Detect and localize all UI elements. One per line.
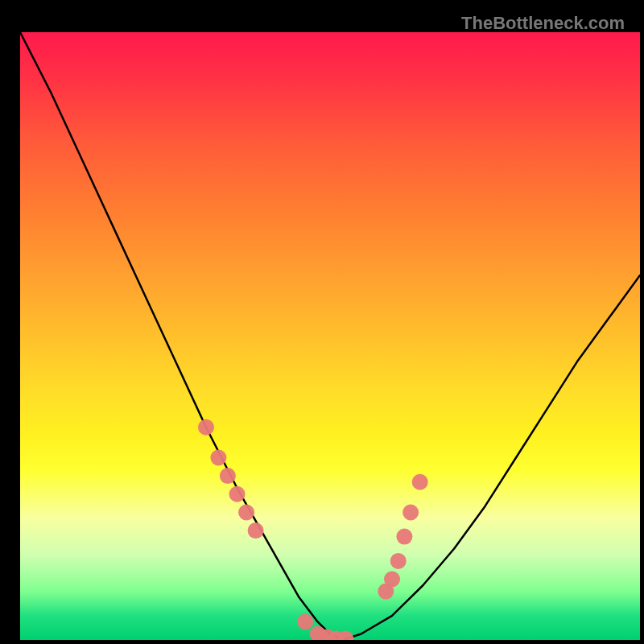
svg-point-2	[220, 468, 236, 484]
svg-point-5	[248, 522, 264, 539]
svg-point-0	[198, 419, 214, 436]
plot-area	[20, 32, 640, 640]
svg-point-16	[412, 474, 428, 490]
svg-point-4	[238, 505, 254, 521]
svg-point-6	[297, 613, 313, 630]
svg-point-14	[396, 529, 412, 545]
svg-point-3	[229, 486, 246, 502]
chart-svg	[20, 32, 640, 640]
svg-point-15	[402, 505, 419, 521]
data-points	[198, 419, 428, 640]
bottleneck-curve	[20, 32, 640, 640]
chart-frame: TheBottleneck.com	[8, 8, 636, 636]
svg-point-12	[384, 572, 400, 588]
watermark-text: TheBottleneck.com	[461, 13, 625, 34]
svg-point-13	[390, 553, 407, 569]
svg-point-1	[210, 450, 226, 466]
